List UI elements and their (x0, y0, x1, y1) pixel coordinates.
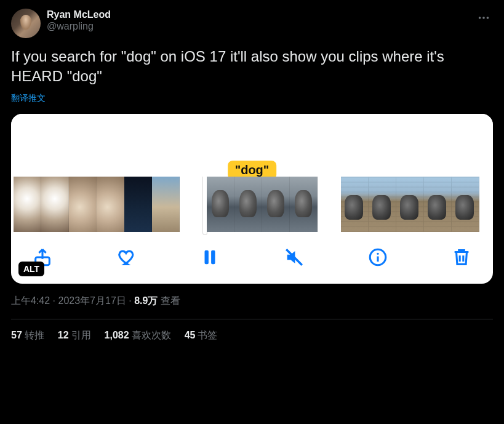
clip-frame (14, 177, 41, 232)
clip-strip[interactable] (11, 177, 493, 232)
tweet-header: Ryan McLeod @warpling (11, 9, 493, 38)
author-block[interactable]: Ryan McLeod @warpling (47, 9, 111, 32)
clip-frame (262, 177, 290, 232)
stat-quotes[interactable]: 12引用 (58, 329, 91, 342)
bookmarks-label: 书签 (198, 330, 217, 340)
svg-point-2 (487, 17, 489, 19)
info-button[interactable] (367, 247, 388, 268)
clip-frame (369, 177, 396, 232)
clip-frame (124, 177, 152, 232)
svg-point-7 (377, 252, 378, 254)
clip-group-3[interactable] (341, 177, 479, 232)
views-label-text: 查看 (161, 295, 180, 306)
delete-button[interactable] (451, 247, 472, 268)
clip-frame (290, 177, 318, 232)
tweet-container: Ryan McLeod @warpling If you search for … (0, 0, 504, 351)
clip-frame (69, 177, 97, 232)
clip-frame (396, 177, 424, 232)
media-card[interactable]: "dog" (11, 114, 493, 284)
stat-bookmarks[interactable]: 45书签 (185, 329, 218, 342)
stat-likes[interactable]: 1,082喜欢次数 (105, 329, 171, 342)
quotes-label: 引用 (71, 330, 91, 340)
clip-frame (452, 177, 479, 232)
stat-retweets[interactable]: 57转推 (11, 329, 44, 342)
divider (11, 319, 493, 319)
meta-sep: · (129, 295, 134, 306)
tweet-stats: 57转推 12引用 1,082喜欢次数 45书签 (11, 329, 493, 342)
like-button[interactable] (116, 247, 137, 268)
svg-rect-4 (205, 250, 209, 264)
speaker-muted-icon (284, 247, 305, 268)
views-count: 8.9万 (134, 295, 158, 306)
meta-date[interactable]: 2023年7月17日 (58, 295, 126, 306)
pause-icon (199, 247, 220, 268)
clip-frame (97, 177, 124, 232)
heart-icon (116, 247, 137, 268)
clip-frame (341, 177, 369, 232)
display-name: Ryan McLeod (47, 9, 111, 20)
likes-label: 喜欢次数 (132, 330, 171, 340)
clip-group-2[interactable] (203, 177, 318, 232)
trash-icon (451, 247, 472, 268)
clip-frame (41, 177, 69, 232)
media-top: "dog" (11, 114, 493, 177)
tweet-text: If you search for "dog" on iOS 17 it'll … (11, 47, 493, 87)
retweets-count: 57 (11, 330, 22, 340)
clip-frame (234, 177, 262, 232)
clip-group-1[interactable] (14, 177, 180, 232)
quotes-count: 12 (58, 330, 69, 340)
tweet-meta: 上午4:42 · 2023年7月17日 · 8.9万 查看 (11, 295, 493, 308)
pause-button[interactable] (199, 247, 220, 268)
more-button[interactable] (474, 9, 493, 30)
svg-point-0 (479, 17, 481, 19)
bookmarks-count: 45 (185, 330, 196, 340)
info-icon (367, 247, 388, 268)
svg-rect-5 (212, 250, 215, 264)
clip-frame (424, 177, 452, 232)
alt-badge[interactable]: ALT (18, 262, 44, 276)
media-toolbar (11, 232, 493, 284)
translate-link[interactable]: 翻译推文 (11, 93, 46, 104)
more-icon (477, 11, 490, 25)
handle: @warpling (47, 20, 111, 32)
avatar[interactable] (11, 9, 41, 38)
svg-point-1 (482, 17, 485, 19)
mute-button[interactable] (284, 247, 305, 268)
meta-time[interactable]: 上午4:42 (11, 295, 50, 306)
likes-count: 1,082 (105, 330, 129, 340)
clip-frame (152, 177, 180, 232)
retweets-label: 转推 (25, 330, 44, 340)
clip-frame (207, 177, 234, 232)
